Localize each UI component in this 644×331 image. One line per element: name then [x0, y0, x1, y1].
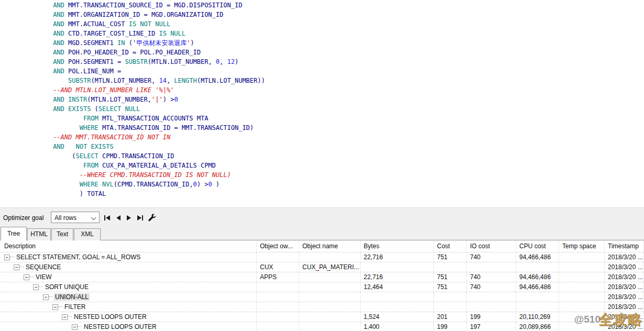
plan-cell: [516, 292, 559, 302]
plan-grid-header: DescriptionObject ow...Object nameBytesC…: [0, 240, 644, 252]
plan-cell: 94,466,486: [516, 282, 559, 292]
plan-operation-label: VIEW: [35, 273, 53, 281]
collapse-toggle-icon[interactable]: [52, 304, 58, 310]
plan-cell: 740: [467, 252, 516, 262]
plan-cell: [257, 282, 299, 292]
plan-cell: 12,464: [361, 282, 434, 292]
tab-tree[interactable]: Tree: [1, 227, 27, 240]
code-line: AND POH.PO_HEADER_ID = POL.PO_HEADER_ID: [0, 48, 644, 57]
previous-step-icon: [116, 215, 121, 220]
plan-cell: 751: [434, 252, 467, 262]
plan-tree-row[interactable]: FILTER2018/3/20 ...: [0, 302, 644, 312]
plan-cell: [559, 262, 605, 272]
plan-description-cell: FILTER: [0, 302, 257, 312]
plan-tree-row[interactable]: SEQUENCECUXCUX_PA_MATERI...2018/3/20 ...: [0, 262, 644, 272]
next-step-button[interactable]: [127, 215, 131, 221]
plan-cell: [299, 272, 361, 282]
collapse-toggle-icon[interactable]: [24, 274, 29, 280]
plan-cell: [559, 252, 605, 262]
plan-cell: [434, 302, 467, 312]
column-header-cost[interactable]: Cost: [434, 240, 467, 252]
plan-cell: APPS: [257, 272, 299, 282]
optimizer-goal-label: Optimizer goal: [3, 214, 43, 222]
plan-cell: [559, 282, 605, 292]
plan-grid: DescriptionObject ow...Object nameBytesC…: [0, 240, 644, 331]
column-header-object-ow-[interactable]: Object ow...: [257, 240, 299, 252]
plan-cell: [434, 292, 467, 302]
plan-cell: 2018/3/20 ...: [605, 262, 644, 272]
plan-description-cell: UNION-ALL: [0, 292, 257, 302]
column-header-description[interactable]: Description: [0, 240, 257, 252]
plan-tree-row[interactable]: UNION-ALL2018/3/20 ...: [0, 292, 644, 302]
collapse-toggle-icon[interactable]: [14, 264, 19, 270]
plsql-developer-window: AND MMT.TRANSACTION_SOURCE_ID = MGD.DISP…: [0, 0, 644, 331]
plan-tree-row[interactable]: NESTED LOOPS OUTER1,40019919720,089,8662…: [0, 322, 644, 331]
plan-cell: 2018/3/20 ...: [605, 282, 644, 292]
plan-cell: [516, 262, 559, 272]
plan-cell: [516, 302, 559, 312]
plan-toolbar: Optimizer goal All rows: [0, 207, 644, 227]
code-line: AND INSTR(MTLN.LOT_NUMBER,'|') >0: [0, 95, 644, 104]
plan-description-cell: SORT UNIQUE: [0, 282, 257, 292]
collapse-toggle-icon[interactable]: [43, 294, 49, 300]
plan-cell: [467, 292, 516, 302]
tab-text[interactable]: Text: [51, 228, 73, 240]
code-line: AND POH.SEGMENT1 = SUBSTR(MTLN.LOT_NUMBE…: [0, 57, 644, 67]
plan-cell: 201: [434, 312, 467, 322]
plan-tree-row[interactable]: NESTED LOOPS OUTER1,52420119920,110,2692…: [0, 312, 644, 322]
code-line: AND MGD.SEGMENT1 IN ('甲供材未安装退库'): [0, 38, 644, 48]
plan-tree-row[interactable]: VIEWAPPS22,71675174094,466,4862018/3/20 …: [0, 272, 644, 282]
previous-step-button[interactable]: [116, 215, 121, 221]
column-header-io-cost[interactable]: IO cost: [467, 240, 516, 252]
plan-cell: [299, 292, 361, 302]
plan-cell: [434, 262, 467, 272]
plan-cell: [559, 322, 605, 331]
collapse-toggle-icon[interactable]: [33, 284, 39, 290]
column-header-object-name[interactable]: Object name: [299, 240, 361, 252]
plan-cell: [299, 282, 361, 292]
plan-cell: 2018/3/20 ...: [605, 312, 644, 322]
plan-cell: 20,110,269: [516, 312, 559, 322]
wrench-icon: [148, 213, 156, 222]
column-header-cpu-cost[interactable]: CPU cost: [516, 240, 559, 252]
plan-grid-body: SELECT STATEMENT, GOAL = ALL_ROWS22,7167…: [0, 252, 644, 331]
code-line: AND EXISTS (SELECT NULL: [0, 104, 644, 114]
plan-cell: 94,466,486: [516, 272, 559, 282]
plan-cell: [559, 292, 605, 302]
plan-cell: 740: [467, 272, 516, 282]
first-step-button[interactable]: [104, 215, 110, 221]
sql-editor[interactable]: AND MMT.TRANSACTION_SOURCE_ID = MGD.DISP…: [0, 0, 644, 208]
code-line: AND CTD.TARGET_COST_LINE_ID IS NULL: [0, 29, 644, 38]
plan-tree-row[interactable]: SELECT STATEMENT, GOAL = ALL_ROWS22,7167…: [0, 252, 644, 262]
code-line: ) TOTAL: [0, 189, 644, 198]
plan-cell: 2018/3/20 ...: [605, 302, 644, 312]
first-step-icon: [104, 215, 105, 220]
column-header-bytes[interactable]: Bytes: [361, 240, 434, 252]
column-header-temp-space[interactable]: Temp space: [559, 240, 605, 252]
code-line: AND MMT.TRANSACTION_SOURCE_ID = MGD.DISP…: [0, 1, 644, 10]
plan-operation-label: SELECT STATEMENT, GOAL = ALL_ROWS: [15, 253, 141, 261]
settings-button[interactable]: [148, 213, 156, 222]
plan-cell: [467, 302, 516, 312]
column-header-timestamp[interactable]: Timestamp: [605, 240, 644, 252]
collapse-toggle-icon[interactable]: [72, 324, 78, 330]
chevron-down-icon: [91, 215, 96, 220]
plan-tree-row[interactable]: SORT UNIQUE12,46475174094,466,4862018/3/…: [0, 282, 644, 292]
plan-operation-label: UNION-ALL: [54, 293, 90, 301]
plan-cell: 199: [434, 322, 467, 331]
optimizer-goal-select[interactable]: All rows: [51, 212, 100, 223]
tab-html[interactable]: HTML: [27, 228, 51, 240]
plan-cell: 22,716: [361, 252, 434, 262]
last-step-button[interactable]: [137, 215, 143, 221]
plan-cell: [299, 312, 361, 322]
plan-cell: 94,466,486: [516, 252, 559, 262]
plan-cell: 199: [467, 312, 516, 322]
next-step-icon: [127, 215, 131, 220]
code-line: AND MMT.ORGANIZATION_ID = MGD.ORGANIZATI…: [0, 10, 644, 19]
plan-cell: 2018/3/20 ...: [605, 252, 644, 262]
collapse-toggle-icon[interactable]: [62, 314, 68, 320]
plan-cell: [299, 302, 361, 312]
collapse-toggle-icon[interactable]: [4, 255, 10, 260]
tab-xml[interactable]: XML: [74, 228, 101, 240]
code-line: AND NOT EXISTS: [0, 142, 644, 151]
